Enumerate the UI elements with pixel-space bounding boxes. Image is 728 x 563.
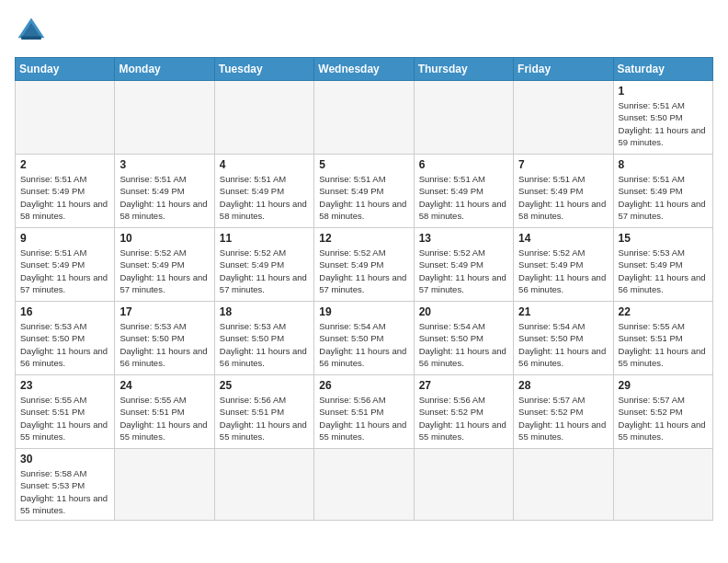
- calendar-cell: 27Sunrise: 5:56 AMSunset: 5:52 PMDayligh…: [414, 375, 513, 449]
- calendar-cell: 9Sunrise: 5:51 AMSunset: 5:49 PMDaylight…: [16, 228, 115, 302]
- weekday-sunday: Sunday: [16, 58, 115, 81]
- day-info: Sunrise: 5:51 AMSunset: 5:49 PMDaylight:…: [220, 173, 309, 222]
- weekday-tuesday: Tuesday: [214, 58, 313, 81]
- calendar: SundayMondayTuesdayWednesdayThursdayFrid…: [15, 57, 713, 521]
- calendar-row-5: 30Sunrise: 5:58 AMSunset: 5:53 PMDayligh…: [16, 449, 713, 521]
- day-info: Sunrise: 5:51 AMSunset: 5:49 PMDaylight:…: [119, 173, 209, 222]
- calendar-cell: 3Sunrise: 5:51 AMSunset: 5:49 PMDaylight…: [115, 155, 214, 228]
- calendar-cell: 6Sunrise: 5:51 AMSunset: 5:49 PMDaylight…: [414, 155, 513, 228]
- day-info: Sunrise: 5:54 AMSunset: 5:50 PMDaylight:…: [419, 320, 508, 369]
- day-number: 10: [119, 232, 209, 245]
- day-info: Sunrise: 5:51 AMSunset: 5:49 PMDaylight:…: [20, 247, 109, 295]
- calendar-cell: [613, 449, 712, 521]
- day-number: 28: [518, 379, 608, 392]
- day-number: 29: [619, 379, 708, 392]
- calendar-cell: 18Sunrise: 5:53 AMSunset: 5:50 PMDayligh…: [214, 302, 313, 375]
- day-number: 22: [619, 305, 708, 318]
- day-number: 23: [20, 379, 109, 392]
- day-info: Sunrise: 5:53 AMSunset: 5:50 PMDaylight:…: [220, 320, 309, 369]
- weekday-friday: Friday: [514, 58, 613, 81]
- calendar-cell: 26Sunrise: 5:56 AMSunset: 5:51 PMDayligh…: [314, 375, 414, 449]
- day-info: Sunrise: 5:51 AMSunset: 5:49 PMDaylight:…: [518, 173, 608, 222]
- weekday-saturday: Saturday: [613, 58, 712, 81]
- day-info: Sunrise: 5:57 AMSunset: 5:52 PMDaylight:…: [619, 394, 708, 442]
- day-number: 16: [20, 305, 109, 318]
- day-number: 4: [220, 158, 309, 171]
- day-number: 30: [20, 453, 109, 465]
- svg-rect-2: [21, 36, 41, 40]
- day-info: Sunrise: 5:53 AMSunset: 5:49 PMDaylight:…: [619, 247, 708, 295]
- day-info: Sunrise: 5:57 AMSunset: 5:52 PMDaylight:…: [518, 394, 608, 442]
- calendar-cell: 10Sunrise: 5:52 AMSunset: 5:49 PMDayligh…: [115, 228, 214, 302]
- calendar-cell: [414, 449, 513, 521]
- header: [15, 15, 713, 48]
- calendar-cell: 29Sunrise: 5:57 AMSunset: 5:52 PMDayligh…: [613, 375, 712, 449]
- day-number: 2: [20, 158, 109, 171]
- day-info: Sunrise: 5:52 AMSunset: 5:49 PMDaylight:…: [419, 247, 508, 295]
- day-info: Sunrise: 5:54 AMSunset: 5:50 PMDaylight:…: [518, 320, 608, 369]
- day-number: 7: [518, 158, 608, 171]
- calendar-cell: 20Sunrise: 5:54 AMSunset: 5:50 PMDayligh…: [414, 302, 513, 375]
- calendar-cell: 22Sunrise: 5:55 AMSunset: 5:51 PMDayligh…: [613, 302, 712, 375]
- calendar-cell: 25Sunrise: 5:56 AMSunset: 5:51 PMDayligh…: [214, 375, 313, 449]
- day-info: Sunrise: 5:55 AMSunset: 5:51 PMDaylight:…: [119, 394, 209, 442]
- day-info: Sunrise: 5:56 AMSunset: 5:52 PMDaylight:…: [419, 394, 508, 442]
- calendar-cell: [16, 81, 115, 155]
- day-number: 12: [319, 232, 408, 245]
- day-number: 27: [419, 379, 508, 392]
- calendar-cell: [214, 81, 313, 155]
- day-info: Sunrise: 5:51 AMSunset: 5:49 PMDaylight:…: [419, 173, 508, 222]
- calendar-cell: 2Sunrise: 5:51 AMSunset: 5:49 PMDaylight…: [16, 155, 115, 228]
- calendar-cell: 14Sunrise: 5:52 AMSunset: 5:49 PMDayligh…: [514, 228, 613, 302]
- calendar-cell: 19Sunrise: 5:54 AMSunset: 5:50 PMDayligh…: [314, 302, 414, 375]
- day-info: Sunrise: 5:53 AMSunset: 5:50 PMDaylight:…: [119, 320, 209, 369]
- calendar-cell: 16Sunrise: 5:53 AMSunset: 5:50 PMDayligh…: [16, 302, 115, 375]
- calendar-cell: [314, 449, 414, 521]
- calendar-cell: 28Sunrise: 5:57 AMSunset: 5:52 PMDayligh…: [514, 375, 613, 449]
- day-info: Sunrise: 5:52 AMSunset: 5:49 PMDaylight:…: [319, 247, 408, 295]
- day-number: 14: [518, 232, 608, 245]
- calendar-cell: 4Sunrise: 5:51 AMSunset: 5:49 PMDaylight…: [214, 155, 313, 228]
- day-number: 8: [619, 158, 708, 171]
- calendar-row-3: 16Sunrise: 5:53 AMSunset: 5:50 PMDayligh…: [16, 302, 713, 375]
- calendar-cell: 15Sunrise: 5:53 AMSunset: 5:49 PMDayligh…: [613, 228, 712, 302]
- logo: [15, 15, 53, 48]
- day-info: Sunrise: 5:55 AMSunset: 5:51 PMDaylight:…: [20, 394, 109, 442]
- day-info: Sunrise: 5:54 AMSunset: 5:50 PMDaylight:…: [319, 320, 408, 369]
- day-info: Sunrise: 5:51 AMSunset: 5:49 PMDaylight:…: [619, 173, 708, 222]
- day-info: Sunrise: 5:56 AMSunset: 5:51 PMDaylight:…: [319, 394, 408, 442]
- calendar-cell: [214, 449, 313, 521]
- calendar-row-1: 2Sunrise: 5:51 AMSunset: 5:49 PMDaylight…: [16, 155, 713, 228]
- page: SundayMondayTuesdayWednesdayThursdayFrid…: [0, 0, 728, 530]
- day-number: 21: [518, 305, 608, 318]
- day-info: Sunrise: 5:52 AMSunset: 5:49 PMDaylight:…: [220, 247, 309, 295]
- calendar-cell: 24Sunrise: 5:55 AMSunset: 5:51 PMDayligh…: [115, 375, 214, 449]
- day-info: Sunrise: 5:55 AMSunset: 5:51 PMDaylight:…: [619, 320, 708, 369]
- weekday-header-row: SundayMondayTuesdayWednesdayThursdayFrid…: [16, 58, 713, 81]
- calendar-cell: [115, 81, 214, 155]
- day-number: 11: [220, 232, 309, 245]
- calendar-cell: [514, 81, 613, 155]
- day-info: Sunrise: 5:52 AMSunset: 5:49 PMDaylight:…: [119, 247, 209, 295]
- day-info: Sunrise: 5:51 AMSunset: 5:49 PMDaylight:…: [20, 173, 109, 222]
- day-info: Sunrise: 5:51 AMSunset: 5:49 PMDaylight:…: [319, 173, 408, 222]
- day-number: 24: [119, 379, 209, 392]
- weekday-wednesday: Wednesday: [314, 58, 414, 81]
- calendar-cell: 21Sunrise: 5:54 AMSunset: 5:50 PMDayligh…: [514, 302, 613, 375]
- calendar-cell: 30Sunrise: 5:58 AMSunset: 5:53 PMDayligh…: [16, 449, 115, 521]
- day-number: 1: [619, 85, 708, 98]
- calendar-cell: [514, 449, 613, 521]
- day-number: 26: [319, 379, 408, 392]
- calendar-cell: 23Sunrise: 5:55 AMSunset: 5:51 PMDayligh…: [16, 375, 115, 449]
- day-info: Sunrise: 5:52 AMSunset: 5:49 PMDaylight:…: [518, 247, 608, 295]
- day-number: 15: [619, 232, 708, 245]
- day-number: 13: [419, 232, 508, 245]
- day-number: 20: [419, 305, 508, 318]
- calendar-cell: 7Sunrise: 5:51 AMSunset: 5:49 PMDaylight…: [514, 155, 613, 228]
- day-number: 9: [20, 232, 109, 245]
- calendar-cell: 12Sunrise: 5:52 AMSunset: 5:49 PMDayligh…: [314, 228, 414, 302]
- calendar-row-0: 1Sunrise: 5:51 AMSunset: 5:50 PMDaylight…: [16, 81, 713, 155]
- calendar-cell: 13Sunrise: 5:52 AMSunset: 5:49 PMDayligh…: [414, 228, 513, 302]
- calendar-row-2: 9Sunrise: 5:51 AMSunset: 5:49 PMDaylight…: [16, 228, 713, 302]
- day-info: Sunrise: 5:58 AMSunset: 5:53 PMDaylight:…: [20, 467, 109, 516]
